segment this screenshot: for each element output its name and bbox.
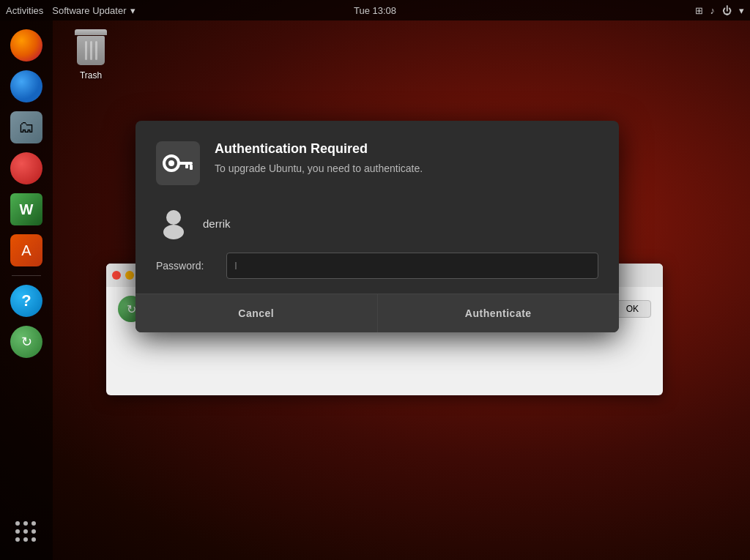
user-avatar	[156, 206, 191, 241]
power-icon[interactable]: ⏻	[722, 5, 732, 16]
activities-button[interactable]: Activities	[6, 5, 43, 16]
sidebar-item-libreoffice[interactable]: W	[7, 190, 45, 228]
auth-password-form: Password:	[135, 253, 619, 294]
panel-app-name[interactable]: Software Updater ▾	[52, 5, 135, 16]
bg-close-button[interactable]	[112, 271, 121, 280]
sidebar-item-firefox[interactable]	[7, 26, 45, 64]
key-icon-container	[156, 141, 200, 185]
sidebar-item-grid[interactable]	[7, 513, 45, 551]
cancel-button[interactable]: Cancel	[135, 294, 378, 332]
auth-dialog: Authentication Required To upgrade Ubunt…	[135, 121, 619, 332]
trash-label: Trash	[80, 70, 102, 81]
auth-user-section: derrik	[135, 200, 619, 253]
svg-point-5	[166, 210, 181, 225]
sidebar-item-thunderbird[interactable]	[7, 67, 45, 105]
authenticate-button[interactable]: Authenticate	[378, 294, 620, 332]
libreoffice-icon: W	[10, 193, 42, 225]
firefox-icon	[10, 29, 42, 61]
svg-rect-4	[190, 165, 193, 170]
svg-rect-3	[185, 165, 188, 168]
auth-dialog-header: Authentication Required To upgrade Ubunt…	[135, 121, 619, 200]
sidebar-item-rhythmbox[interactable]	[7, 149, 45, 187]
sidebar-item-updates[interactable]: ↻	[7, 323, 45, 361]
sidebar-dock: 🗂 W A ? ↻	[0, 20, 53, 560]
grid-icon	[10, 516, 42, 548]
auth-dialog-footer: Cancel Authenticate	[135, 294, 619, 332]
panel-app-arrow: ▾	[130, 5, 135, 16]
desktop-trash[interactable]: Trash	[73, 29, 108, 81]
password-input[interactable]	[226, 253, 598, 279]
help-icon: ?	[10, 285, 42, 317]
auth-username: derrik	[203, 217, 231, 230]
volume-icon[interactable]: ♪	[710, 5, 716, 16]
system-menu-arrow[interactable]: ▾	[739, 5, 744, 16]
thunderbird-icon	[10, 70, 42, 102]
top-panel: Activities Software Updater ▾ Tue 13:08 …	[0, 0, 750, 20]
auth-title: Authentication Required	[215, 141, 598, 157]
user-avatar-svg	[156, 206, 191, 241]
panel-app-name-text: Software Updater	[52, 5, 126, 16]
dock-separator	[12, 275, 41, 276]
bg-ok-button[interactable]: OK	[614, 300, 651, 318]
rhythmbox-icon	[10, 152, 42, 184]
trash-body	[77, 36, 105, 65]
updates-icon: ↻	[10, 326, 42, 358]
password-label: Password:	[156, 260, 215, 272]
auth-subtitle: To upgrade Ubuntu, you need to authentic…	[215, 163, 598, 174]
trash-icon	[73, 29, 108, 67]
bg-minimize-button[interactable]	[125, 271, 134, 280]
sidebar-item-files[interactable]: 🗂	[7, 108, 45, 146]
sidebar-item-help[interactable]: ?	[7, 282, 45, 320]
auth-dialog-text-area: Authentication Required To upgrade Ubunt…	[215, 141, 598, 174]
key-icon	[162, 152, 194, 175]
panel-clock: Tue 13:08	[354, 5, 396, 16]
trash-lid	[75, 29, 107, 35]
sidebar-item-appcenter[interactable]: A	[7, 231, 45, 269]
svg-rect-2	[178, 162, 193, 165]
svg-point-6	[163, 225, 184, 239]
appcenter-icon: A	[10, 234, 42, 266]
files-icon: 🗂	[10, 111, 42, 143]
network-icon[interactable]: ⊞	[695, 5, 703, 16]
svg-point-1	[168, 160, 174, 166]
